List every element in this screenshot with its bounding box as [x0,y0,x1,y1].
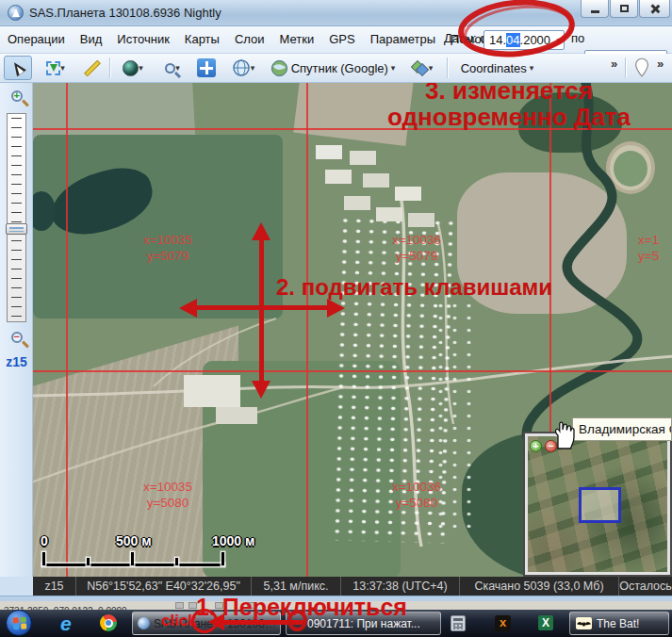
tile-label: x=10036y=5079 [384,232,450,264]
date-from-caret-icon[interactable]: ▾ [556,36,561,45]
sidebar-zoom-level: z15 [0,354,33,369]
zoom-slider-handle[interactable] [6,223,27,235]
start-button[interactable] [6,610,32,636]
globe-wire-icon [232,58,251,77]
coordinates-label: Coordinates [461,61,527,75]
minimap-panel[interactable]: + − [523,432,672,577]
coordinates-button[interactable]: Coordinates ▾ [452,56,539,80]
menu-maps[interactable]: Карты [177,26,227,53]
mouse-cursor-hand [549,420,576,450]
layers-caret-icon[interactable]: ▾ [429,63,434,73]
background-toolbar-icon [175,602,184,609]
zoom-slider[interactable] [7,113,26,322]
fullscreen-button[interactable] [193,56,220,80]
annotation-arrowhead-down [252,381,270,399]
status-resolution: 5,31 м/пикс. [252,577,341,596]
annotation-arrowhead-right [327,299,345,318]
zoom-slider-ticks [11,118,22,318]
map-industrial-buildings [316,145,342,159]
minimize-button[interactable] [581,0,609,18]
placemark-balloon-icon [633,57,650,79]
selection-manager-button[interactable]: ▾ [36,56,75,80]
toolbar-overflow-chevron[interactable]: » [611,57,617,71]
date-from-combobox[interactable]: 14.04.2000 ▾ [484,30,565,50]
minimap-zoom-in-button[interactable]: + [530,440,542,452]
sas-task-icon [138,617,150,629]
projection-globe-button[interactable]: ▾ [223,56,263,80]
status-downloaded: Скачано 5039 (33,0 Мб) [460,577,619,596]
dark-globe-button[interactable]: ▾ [114,56,152,80]
map-source-button[interactable]: Спутник (Google) ▾ [267,56,399,80]
globe-caret-icon[interactable]: ▾ [139,63,143,73]
map-source-caret-icon[interactable]: ▾ [391,63,396,73]
minimap-viewport-rect[interactable] [579,487,621,523]
close-icon [649,4,660,14]
menu-parameters[interactable]: Параметры [363,26,443,53]
map-viewport[interactable]: x=10035y=5079 x=10036y=5079 x=1y=5 x=100… [33,83,672,577]
thebat-label: The Bat! [597,617,639,630]
internet-explorer-icon[interactable]: e [60,612,81,633]
map-source-label: Спутник (Google) [291,61,388,75]
menu-source[interactable]: Источник [109,26,177,53]
scale-tick [42,552,45,565]
status-bar: z15 N56°15'52,63" E40°32'26,95" 5,31 м/п… [33,577,672,596]
menu-placemarks[interactable]: Метки [272,26,322,53]
maximize-button[interactable] [610,0,638,18]
scale-label-zero: 0 [41,533,48,548]
status-zoom: z15 [33,577,76,596]
status-remaining: Осталось [619,577,672,596]
select-cursor-icon [9,59,26,76]
scale-tick [87,558,90,565]
magnifier-icon [165,63,175,74]
title-bar: SAS.Планета 130108.6936 Nightly [0,0,672,26]
close-button[interactable] [639,0,670,18]
status-coordinates: N56°15'52,63" E40°32'26,95" [76,577,252,596]
menu-gps[interactable]: GPS [321,26,362,53]
calculator-tray-icon[interactable] [451,615,466,631]
layers-button[interactable]: ▾ [402,56,442,80]
chrome-icon[interactable] [100,614,117,631]
selection-download-icon [46,61,60,75]
ruler-tool-button[interactable] [79,56,106,80]
ruler-icon [84,59,101,76]
map-farm-building [184,375,240,407]
toolbar-separator [447,57,448,78]
annotation-date-note: 3. изменяетсяодновременно Дата [344,83,672,130]
menu-operations[interactable]: Операции [0,26,73,53]
selection-caret-icon[interactable]: ▾ [60,63,65,73]
x-app-tray-icon[interactable]: x [495,615,511,631]
tile-label: x=10036y=5080 [384,479,450,511]
scale-bar [42,564,224,566]
annotation-switch-note: 1. Переключиться [196,594,407,621]
zoom-out-button[interactable]: − [6,326,27,348]
dates-label: Даты: с [444,31,486,45]
placemark-overflow-chevron[interactable]: » [657,57,664,71]
excel-tray-icon[interactable]: X [538,615,553,630]
zoom-tool-button[interactable]: ▾ [154,56,191,80]
date-from-day: 14. [489,33,506,47]
menu-view[interactable]: Вид [73,26,110,53]
scale-tick [175,558,178,565]
select-tool-button[interactable] [4,56,32,80]
dates-to-label: по [571,31,584,45]
toolbar-separator [625,57,626,78]
minimap-tooltip: Владимирская Обл [572,417,672,441]
minimap-plus-icon: + [533,440,538,451]
projection-caret-icon[interactable]: ▾ [251,63,255,73]
placemark-button[interactable] [630,56,654,80]
status-time: 13:37:38 (UTC+4) [341,577,460,596]
annotation-arrowhead-up [252,222,270,240]
annotation-move-note: 2. подвигать клавишами [276,274,552,301]
windows-flag-icon [13,617,27,630]
date-from-year: .2000 [520,33,551,47]
coordinates-caret-icon[interactable]: ▾ [530,63,534,73]
scale-label-1000: 1000 м [212,533,254,548]
taskbar-task-thebat[interactable]: The Bat! [569,612,669,635]
scale-label-500: 500 м [116,533,152,548]
scale-tick [221,552,224,565]
globe-dark-icon [123,60,139,76]
app-icon [8,5,24,21]
app-window: SAS.Планета 130108.6936 Nightly Операции… [0,0,672,637]
menu-layers[interactable]: Слои [227,26,272,53]
zoom-in-button[interactable]: + [6,85,27,106]
